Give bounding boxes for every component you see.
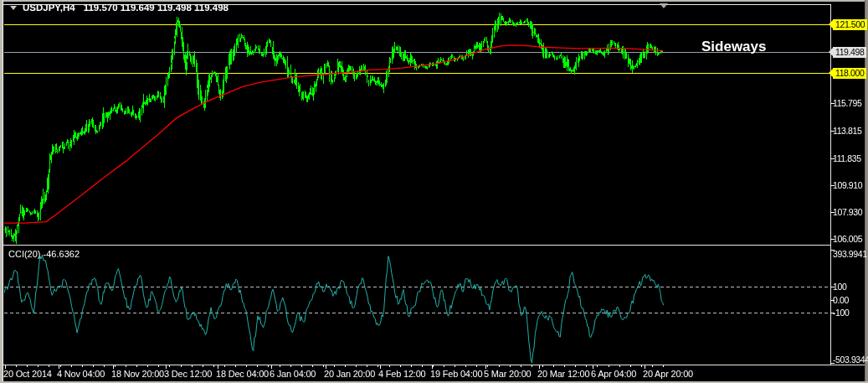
chart-ohlc-values: 119.570 119.649 119.498 119.498	[84, 3, 229, 13]
price-scale-label: 111.835	[833, 153, 861, 164]
time-axis-label: 3 Dec 12:00	[164, 369, 212, 380]
indicator-label: CCI(20) -46.6362	[8, 249, 80, 259]
time-axis-label: 18 Nov 20:00	[111, 369, 164, 380]
price-scale-label: 115.795	[833, 98, 861, 109]
price-scale-label: 113.815	[833, 126, 861, 137]
price-scale-label: 119.498	[833, 47, 866, 58]
time-axis-label: 6 Jan 04:00	[270, 369, 316, 380]
time-axis-label: 19 Feb 04:00	[430, 369, 482, 380]
sideways-annotation: Sideways	[701, 39, 767, 55]
price-scale-label: 107.930	[833, 207, 862, 218]
time-axis-label: 5 Mar 20:00	[484, 369, 532, 380]
time-axis-label: 20 Mar 12:00	[537, 369, 589, 380]
indicator-scale-label: -503.9344	[833, 355, 868, 365]
window-frame-top	[0, 0, 868, 2]
price-chart-canvas[interactable]	[0, 0, 868, 383]
time-axis-label: 6 Apr 04:00	[591, 369, 636, 380]
price-scale-label: 118.000	[833, 68, 866, 79]
time-axis-label: 4 Nov 04:00	[57, 369, 105, 380]
mt4-chart-window: USDJPY,H4 119.570 119.649 119.498 119.49…	[0, 0, 868, 383]
price-scale-label: 109.910	[833, 180, 862, 191]
time-axis-label: 18 Dec 04:00	[216, 369, 269, 380]
indicator-name: CCI(20)	[8, 249, 41, 259]
price-scale-label: 121.500	[833, 19, 867, 30]
chart-symbol-timeframe: USDJPY,H4	[23, 3, 75, 13]
chart-dropdown-icon[interactable]	[10, 6, 17, 10]
indicator-scale-label: 100	[833, 282, 846, 292]
window-frame-left	[0, 0, 3, 383]
indicator-scale-label: 393.9941	[833, 249, 867, 260]
chart-title: USDJPY,H4 119.570 119.649 119.498 119.49…	[10, 3, 229, 13]
indicator-scale-label: -100	[833, 308, 849, 318]
chart-shift-marker-icon	[660, 3, 668, 8]
time-axis-label: 20 Oct 2014	[3, 369, 52, 380]
indicator-scale-label: 0.00	[833, 295, 849, 306]
price-scale-label: 106.005	[833, 234, 862, 245]
time-axis-label: 4 Feb 12:00	[378, 369, 426, 380]
indicator-value: -46.6362	[44, 249, 80, 259]
time-axis-label: 20 Jan 20:00	[324, 369, 375, 380]
time-axis-label: 20 Apr 20:00	[643, 369, 693, 380]
